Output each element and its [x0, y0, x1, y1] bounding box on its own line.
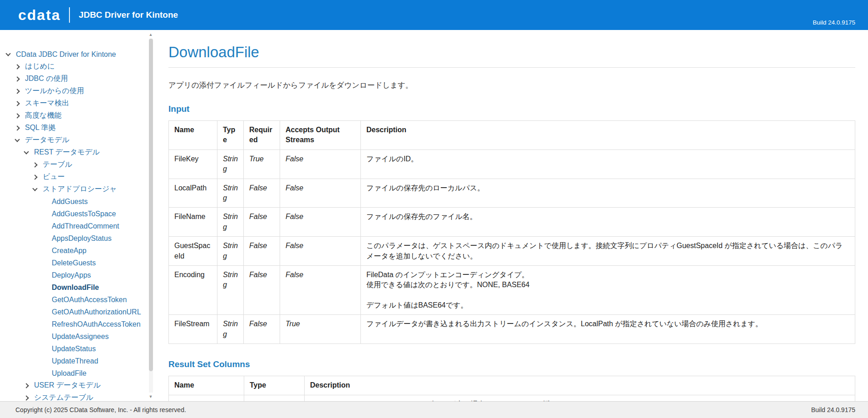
sidebar-item-label: UpdateThread	[52, 357, 98, 365]
sidebar-item-refreshoauthaccesstoken[interactable]: RefreshOAuthAccessToken	[0, 318, 158, 330]
sidebar-item-label: 高度な機能	[25, 111, 61, 120]
sidebar-item-downloadfile[interactable]: DownloadFile	[0, 281, 158, 294]
sidebar-item-10[interactable]: ビュー	[0, 171, 158, 183]
header-build-label: Build 24.0.9175	[813, 19, 855, 26]
table-cell: このパラメータは、ゲストスペース内のドキュメントで使用します。接続文字列にプロパ…	[361, 237, 855, 266]
table-cell: False	[244, 208, 280, 237]
column-header: Description	[361, 121, 855, 150]
chevron-right-icon[interactable]	[24, 395, 29, 400]
table-cell: False	[244, 179, 280, 208]
chevron-right-icon[interactable]	[15, 113, 20, 118]
sidebar-scrollbar[interactable]: ▲ ▼	[148, 32, 153, 399]
sidebar-item-label: SQL 準拠	[25, 123, 56, 133]
table-cell: FileData	[169, 395, 244, 401]
chevron-right-icon[interactable]	[32, 174, 37, 179]
table-row: FileDataStringLocalPath またはFileStream のイ…	[169, 395, 855, 401]
sidebar-item-createapp[interactable]: CreateApp	[0, 244, 158, 257]
sidebar-item-1[interactable]: はじめに	[0, 60, 158, 73]
sidebar-item-addgueststospace[interactable]: AddGuestsToSpace	[0, 208, 158, 220]
sidebar-item-appsdeploystatus[interactable]: AppsDeployStatus	[0, 232, 158, 244]
title-divider	[168, 67, 855, 68]
table-header-row: NameTypeRequiredAccepts Output StreamsDe…	[169, 121, 855, 150]
sidebar-item-label: JDBC の使用	[25, 74, 68, 84]
sidebar-item-5[interactable]: 高度な機能	[0, 109, 158, 122]
result-table: NameTypeDescriptionFileDataStringLocalPa…	[168, 376, 855, 401]
sidebar-item-label: AddGuests	[52, 198, 88, 206]
scrollbar-thumb[interactable]	[149, 39, 153, 371]
sidebar-item-label: はじめに	[25, 62, 55, 71]
chevron-right-icon[interactable]	[15, 125, 20, 130]
chevron-right-icon[interactable]	[24, 383, 29, 388]
table-row: GuestSpaceIdStringFalseFalseこのパラメータは、ゲスト…	[169, 237, 855, 266]
table-row: LocalPathStringFalseFalseファイルの保存先のローカルパス…	[169, 179, 855, 208]
sidebar-item-addthreadcomment[interactable]: AddThreadComment	[0, 220, 158, 232]
table-header-row: NameTypeDescription	[169, 376, 855, 395]
table-cell: False	[280, 149, 361, 179]
sidebar-item-label: データモデル	[25, 135, 69, 145]
scroll-down-icon[interactable]: ▼	[149, 394, 153, 399]
table-cell: False	[244, 237, 280, 266]
sidebar-item-deployapps[interactable]: DeployApps	[0, 269, 158, 281]
sidebar-item-11[interactable]: ストアドプロシージャ	[0, 183, 158, 195]
sidebar-item-label: AddThreadComment	[52, 222, 119, 230]
scrollbar-track[interactable]	[149, 39, 153, 393]
table-cell: String	[244, 395, 305, 401]
sidebar-item-3[interactable]: ツールからの使用	[0, 85, 158, 97]
sidebar-item-updatestatus[interactable]: UpdateStatus	[0, 343, 158, 355]
sidebar-item-28[interactable]: システムテーブル	[0, 392, 158, 401]
sidebar-item-addguests[interactable]: AddGuests	[0, 195, 158, 208]
chevron-down-icon[interactable]	[5, 51, 10, 56]
table-cell: True	[244, 149, 280, 179]
sidebar-item-getoauthaccesstoken[interactable]: GetOAuthAccessToken	[0, 294, 158, 306]
sidebar-item-7[interactable]: データモデル	[0, 134, 158, 146]
chevron-right-icon[interactable]	[32, 162, 37, 167]
sidebar-item-4[interactable]: スキーマ検出	[0, 97, 158, 109]
sidebar-item-2[interactable]: JDBC の使用	[0, 73, 158, 85]
sidebar-item-label: RefreshOAuthAccessToken	[52, 320, 141, 328]
sidebar-item-label: AddGuestsToSpace	[52, 210, 116, 218]
sidebar-item-label: USER データモデル	[34, 381, 101, 390]
sidebar-item-deleteguests[interactable]: DeleteGuests	[0, 257, 158, 269]
sidebar-item-8[interactable]: REST データモデル	[0, 146, 158, 159]
input-section-heading: Input	[168, 104, 855, 114]
sidebar-item-cdata-jdbc-driver-for-kintone[interactable]: CData JDBC Driver for Kintone	[0, 48, 158, 60]
table-cell: False	[280, 179, 361, 208]
sidebar-item-label: ストアドプロシージャ	[43, 184, 117, 194]
chevron-down-icon[interactable]	[24, 149, 29, 154]
sidebar-item-6[interactable]: SQL 準拠	[0, 122, 158, 134]
sidebar-item-27[interactable]: USER データモデル	[0, 379, 158, 392]
scroll-up-icon[interactable]: ▲	[149, 32, 153, 37]
result-section-heading: Result Set Columns	[168, 359, 855, 369]
table-row: EncodingStringFalseFalseFileData のインプットエ…	[169, 265, 855, 315]
chevron-down-icon[interactable]	[15, 137, 20, 142]
page-description: アプリの添付ファイルフィールドからファイルをダウンロードします。	[168, 80, 855, 90]
chevron-right-icon[interactable]	[15, 64, 20, 69]
sidebar-item-label: REST データモデル	[34, 148, 100, 157]
sidebar-item-getoauthauthorizationurl[interactable]: GetOAuthAuthorizationURL	[0, 306, 158, 318]
table-row: FileKeyStringTrueFalseファイルのID。	[169, 149, 855, 179]
table-cell: String	[217, 265, 244, 315]
sidebar-item-updateassignees[interactable]: UpdateAssignees	[0, 330, 158, 343]
table-cell: False	[280, 208, 361, 237]
chevron-down-icon[interactable]	[32, 186, 37, 191]
table-cell: LocalPath	[169, 179, 217, 208]
sidebar-tree: CData JDBC Driver for KintoneはじめにJDBC の使…	[0, 48, 158, 401]
sidebar-item-label: ビュー	[43, 172, 65, 182]
chevron-right-icon[interactable]	[15, 101, 20, 106]
column-header: Type	[244, 376, 305, 395]
chevron-right-icon[interactable]	[15, 76, 20, 81]
product-title: JDBC Driver for Kintone	[79, 10, 178, 20]
cdata-logo[interactable]: cdata	[18, 8, 61, 22]
sidebar-item-9[interactable]: テーブル	[0, 159, 158, 171]
sidebar-item-label: UpdateStatus	[52, 345, 96, 353]
header-divider	[69, 7, 70, 23]
chevron-right-icon[interactable]	[15, 89, 20, 94]
sidebar-item-uploadfile[interactable]: UploadFile	[0, 367, 158, 379]
table-cell: LocalPath またはFileStream のインプットが空の場合は、Fil…	[305, 395, 855, 401]
column-header: Accepts Output Streams	[280, 121, 361, 150]
body-row: CData JDBC Driver for KintoneはじめにJDBC の使…	[0, 30, 868, 401]
column-header: Type	[217, 121, 244, 150]
table-cell: FileKey	[169, 149, 217, 179]
sidebar-item-updatethread[interactable]: UpdateThread	[0, 355, 158, 367]
sidebar-item-label: UploadFile	[52, 369, 86, 378]
